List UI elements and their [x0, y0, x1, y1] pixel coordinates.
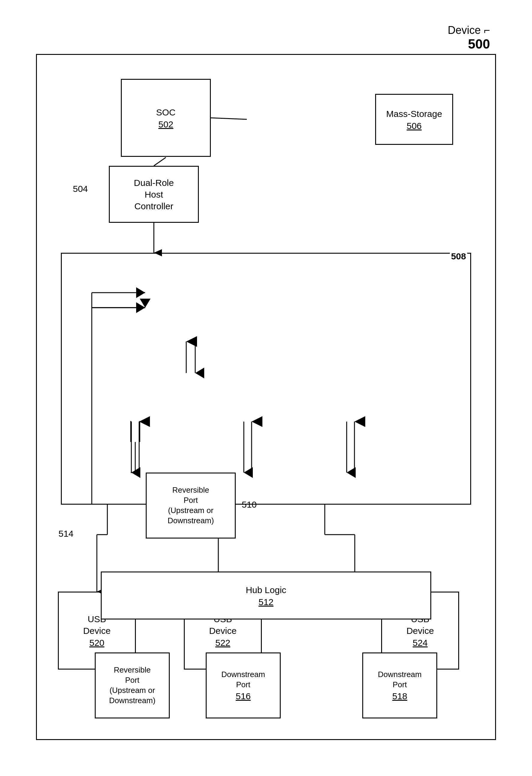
downstream-518-number: 518: [392, 691, 407, 701]
label-510: 510: [242, 500, 257, 510]
mass-storage-box: Mass-Storage 506: [375, 94, 453, 145]
svg-line-19: [211, 118, 247, 119]
downstream-518-box: DownstreamPort 518: [362, 652, 437, 719]
device-text: Device: [448, 24, 481, 36]
downstream-518-title: DownstreamPort: [378, 669, 422, 690]
downstream-516-box: DownstreamPort 516: [206, 652, 281, 719]
hub-arrows-svg: [62, 254, 470, 504]
usb-524-number: 524: [413, 638, 428, 648]
device-label: Device ⌐ 500: [448, 24, 490, 51]
drhc-title: Dual-RoleHostController: [134, 177, 174, 212]
usb-522-number: 522: [215, 638, 230, 648]
rev-port-upstream-title: ReversiblePort(Upstream orDownstream): [168, 485, 214, 526]
rev-port-downstream-box: ReversiblePort(Upstream orDownstream): [95, 652, 170, 719]
rev-port-upstream-box: ReversiblePort(Upstream orDownstream): [146, 472, 236, 539]
mass-storage-title: Mass-Storage: [386, 108, 442, 120]
usb-520-number: 520: [90, 638, 104, 648]
mass-storage-number: 506: [407, 121, 422, 131]
device-number: 500: [448, 37, 490, 51]
hub-box: 508 ReversiblePort(Upstream orDownstream…: [61, 253, 471, 505]
label-514: 514: [58, 529, 73, 539]
hub-logic-box: Hub Logic 512: [101, 572, 431, 619]
hub-logic-title: Hub Logic: [245, 584, 286, 596]
drhc-box: Dual-RoleHostController: [109, 166, 199, 223]
soc-number: 502: [158, 119, 173, 130]
hub-number: 508: [450, 251, 467, 261]
svg-line-18: [154, 157, 166, 166]
hub-logic-number: 512: [258, 597, 274, 607]
outer-device-box: SOC 502 Mass-Storage 506 504 Dual-RoleHo…: [36, 54, 496, 740]
downstream-516-number: 516: [236, 691, 251, 701]
downstream-516-title: DownstreamPort: [221, 669, 265, 690]
soc-box: SOC 502: [121, 79, 211, 157]
label-504: 504: [73, 184, 88, 194]
rev-port-downstream-title: ReversiblePort(Upstream orDownstream): [109, 665, 156, 706]
soc-title: SOC: [156, 107, 175, 118]
